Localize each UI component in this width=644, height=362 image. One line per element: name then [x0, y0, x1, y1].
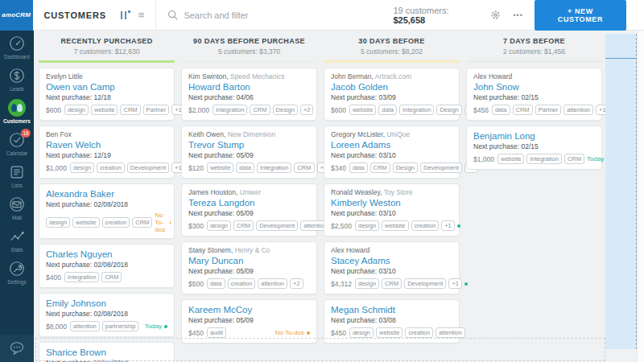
status-dot	[164, 325, 167, 328]
customer-value: $400	[46, 274, 61, 282]
customer-name-link[interactable]: Trevor Stump	[188, 139, 310, 150]
customer-value: $600	[331, 106, 346, 114]
customer-card[interactable]: Evelyn LittleOwen van CampNext purchase:…	[39, 68, 175, 121]
customer-name-link[interactable]: Owen van Camp	[46, 81, 167, 93]
next-purchase: Next purchase: 05/09	[188, 316, 310, 325]
sidebar-item-leads[interactable]: Leads	[0, 63, 34, 95]
customer-name-link[interactable]: Emily Johnson	[46, 298, 167, 309]
tag-chip: Partner	[143, 105, 170, 115]
hamburger-menu-icon[interactable]: ≡	[138, 10, 145, 20]
tag-chip: Design	[436, 105, 461, 115]
customer-card[interactable]: Ronald Weasley, Toy StoreKimberly Weston…	[324, 183, 460, 237]
customer-name-link[interactable]: Charles Nguyen	[46, 249, 167, 260]
customer-value: $8,000	[46, 323, 67, 331]
customer-name-link[interactable]: John Snow	[473, 81, 595, 93]
sidebar-item-settings[interactable]: Settings	[0, 256, 34, 288]
tag-chip: data	[207, 278, 225, 289]
customer-card[interactable]: Megan SchmidtNext purchase: 03/08$450des…	[324, 299, 460, 343]
customer-name-link[interactable]: Loreen Adams	[331, 139, 452, 150]
tag-chip: data	[236, 162, 254, 173]
chat-icon	[9, 341, 25, 356]
next-purchase: Next purchase: 05/09	[188, 209, 310, 218]
task-status: Today	[145, 323, 167, 330]
status-dot	[307, 331, 310, 335]
column-summary: 2 customers: $1,456	[463, 47, 605, 56]
status-dot	[170, 221, 171, 224]
tag-chip: Integration	[64, 272, 99, 282]
tag-chip: CRM	[564, 154, 584, 164]
customer-card[interactable]: Gregory McLister, UniQueLoreen AdamsNext…	[324, 125, 460, 179]
customer-card[interactable]: James Houston, UniwerTereza LangdonNext …	[181, 183, 317, 237]
tag-chip: creation	[405, 327, 433, 338]
tag-chip: attention	[70, 321, 100, 331]
customer-card[interactable]: Emily JohnsonNext purchase: 02/08/2018$8…	[39, 293, 175, 337]
task-status	[457, 224, 460, 228]
customer-card[interactable]: Kareem McCoyNext purchase: 05/09$450audi…	[181, 299, 317, 343]
amocrm-logo[interactable]: amoCRM	[0, 0, 33, 31]
sidebar-item-label: Mail	[12, 215, 22, 220]
top-bar: amoCRM CUSTOMERS ≡ 19 customers: $25,658…	[0, 0, 644, 31]
tag-chip: data	[378, 105, 397, 115]
sidebar-item-dashboard[interactable]: Dashboard	[0, 31, 34, 63]
gear-icon[interactable]	[489, 9, 502, 21]
customer-card[interactable]: Alex HowardStacey AdamsNext purchase: 03…	[324, 241, 460, 294]
customer-card[interactable]: Stasy Stonem, Henry & CoMary DuncanNext …	[181, 241, 317, 294]
customer-card[interactable]: John Berman, Artrack.comJacob GoldenNext…	[324, 68, 460, 121]
search-section	[155, 0, 393, 31]
customer-card[interactable]: Kim Swinton, Speed MechanicsHoward Barto…	[181, 68, 317, 121]
customer-card[interactable]: Alex HowardJohn SnowNext purchase: 02/15…	[466, 68, 602, 121]
tag-chip: attention	[258, 278, 287, 289]
stats-icon	[8, 228, 26, 245]
customer-name-link[interactable]: Alexandra Baker	[46, 188, 167, 200]
search-icon	[167, 10, 178, 20]
customer-name-link[interactable]: Howard Barton	[188, 81, 310, 93]
tag-chip: Development	[420, 162, 462, 173]
tag-chip: partnership	[102, 321, 139, 331]
tag-chip: website	[207, 162, 233, 173]
column-title: 90 DAYS BEFORE PURCHASE	[178, 37, 320, 45]
sidebar-item-calendar[interactable]: 18Calendar	[0, 127, 34, 159]
next-purchase: Next purchase: 03/08	[331, 316, 452, 325]
tag-chip: creation	[97, 162, 125, 173]
customer-name-link[interactable]: Raven Welch	[46, 139, 167, 150]
column-title: 30 DAYS BEFORE	[320, 37, 463, 45]
customer-card[interactable]: Alexandra BakerNext purchase: 02/08/2018…	[39, 183, 175, 239]
customer-name-link[interactable]: Megan Schmidt	[331, 304, 452, 315]
board-column-4: 7 DAYS BEFORE 2 customers: $1,456 Alex H…	[463, 31, 605, 362]
tag-chip: CRM	[370, 162, 390, 173]
customer-name-link[interactable]: Kimberly Weston	[331, 197, 452, 208]
more-options-icon[interactable]: •••	[513, 11, 522, 19]
contact-line: John Berman, Artrack.com	[331, 72, 452, 81]
new-customer-button[interactable]: + NEW CUSTOMER	[535, 0, 626, 31]
next-period-drop-column[interactable]	[605, 34, 637, 349]
contact-line: James Houston, Uniwer	[188, 188, 310, 197]
search-input[interactable]	[184, 10, 393, 20]
sidebar: DashboardLeadsCustomers18CalendarListsMa…	[0, 31, 34, 362]
customer-name-link[interactable]: Tereza Langdon	[188, 197, 310, 208]
kanban-view-icon[interactable]	[119, 10, 130, 20]
sidebar-item-customers[interactable]: Customers	[0, 95, 34, 127]
tag-chip: creation	[411, 220, 440, 231]
tag-chip: CRM	[120, 105, 140, 115]
sidebar-item-lists[interactable]: Lists	[0, 159, 34, 191]
sidebar-item-mail[interactable]: Mail	[0, 191, 34, 224]
tag-chip: CRM	[132, 217, 152, 228]
support-chat-button[interactable]	[0, 335, 34, 362]
sidebar-item-stats[interactable]: Stats	[0, 224, 34, 256]
board-column-2: 90 DAYS BEFORE PURCHASE 5 customers: $3,…	[178, 31, 320, 362]
customer-name-link[interactable]: Stacey Adams	[331, 255, 452, 266]
tag-chip: Design	[273, 105, 298, 115]
contact-line: Stasy Stonem, Henry & Co	[188, 246, 310, 255]
customer-name-link[interactable]: Mary Duncan	[188, 255, 310, 266]
customer-card[interactable]: Charles NguyenNext purchase: 02/08/2018$…	[39, 244, 175, 288]
task-status: No To-dos	[155, 212, 171, 233]
customer-value: $1,000	[473, 155, 494, 163]
customer-card[interactable]: Ben FoxRaven WelchNext purchase: 12/19$1…	[39, 125, 175, 179]
customer-name-link[interactable]: Benjamin Long	[473, 130, 595, 142]
next-purchase: Next purchase: 03/10	[331, 209, 452, 218]
customer-card[interactable]: Keith Owen, New DimensionTrevor StumpNex…	[181, 125, 317, 179]
customer-name-link[interactable]: Jacob Golden	[331, 81, 452, 93]
customer-card[interactable]: Benjamin LongNext purchase: 02/15$1,000w…	[466, 125, 602, 170]
customer-name-link[interactable]: Kareem McCoy	[188, 304, 310, 315]
tag-chip: +2	[290, 278, 303, 289]
